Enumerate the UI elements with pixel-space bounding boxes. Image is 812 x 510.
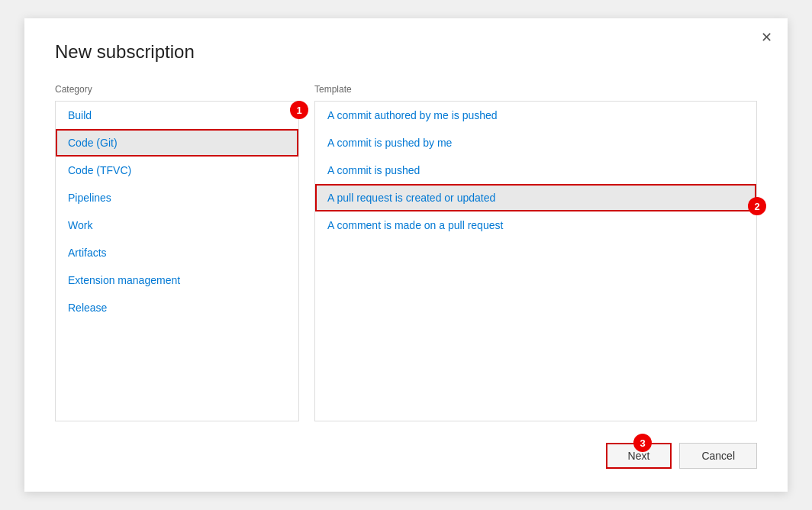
template-item-pull-request[interactable]: A pull request is created or updated — [315, 184, 756, 211]
template-column: Template A commit authored by me is push… — [314, 84, 757, 428]
template-item-commit-pushed-by-me[interactable]: A commit is pushed by me — [315, 129, 756, 157]
new-subscription-dialog: ✕ New subscription Category Build Code (… — [24, 18, 788, 492]
main-columns: Category Build Code (Git) Code (TFVC) Pi… — [55, 84, 757, 428]
step-badge-1: 1 — [290, 101, 308, 119]
category-item-release[interactable]: Release — [56, 294, 298, 321]
category-list: Build Code (Git) Code (TFVC) Pipelines W… — [55, 101, 299, 421]
step-badge-3: 3 — [633, 434, 652, 452]
category-label: Category — [55, 84, 299, 95]
step-badge-2: 2 — [748, 197, 766, 215]
category-item-build[interactable]: Build — [56, 102, 298, 129]
category-item-work[interactable]: Work — [56, 211, 298, 239]
template-label: Template — [314, 84, 757, 95]
template-item-commit-pushed[interactable]: A commit is pushed — [315, 157, 756, 184]
template-item-commit-authored[interactable]: A commit authored by me is pushed — [315, 102, 756, 129]
dialog-title: New subscription — [55, 41, 757, 63]
close-button[interactable]: ✕ — [761, 31, 772, 44]
category-column: Category Build Code (Git) Code (TFVC) Pi… — [55, 84, 299, 428]
dialog-footer: 3 Next Cancel — [55, 443, 757, 469]
category-item-extension-management[interactable]: Extension management — [56, 266, 298, 294]
category-item-code-tfvc[interactable]: Code (TFVC) — [56, 157, 298, 184]
category-item-pipelines[interactable]: Pipelines — [56, 184, 298, 211]
template-item-comment-pull-request[interactable]: A comment is made on a pull request — [315, 211, 756, 239]
cancel-button[interactable]: Cancel — [679, 443, 757, 469]
template-list: A commit authored by me is pushed A comm… — [314, 101, 757, 421]
category-item-code-git[interactable]: Code (Git) — [56, 129, 298, 157]
category-item-artifacts[interactable]: Artifacts — [56, 239, 298, 266]
